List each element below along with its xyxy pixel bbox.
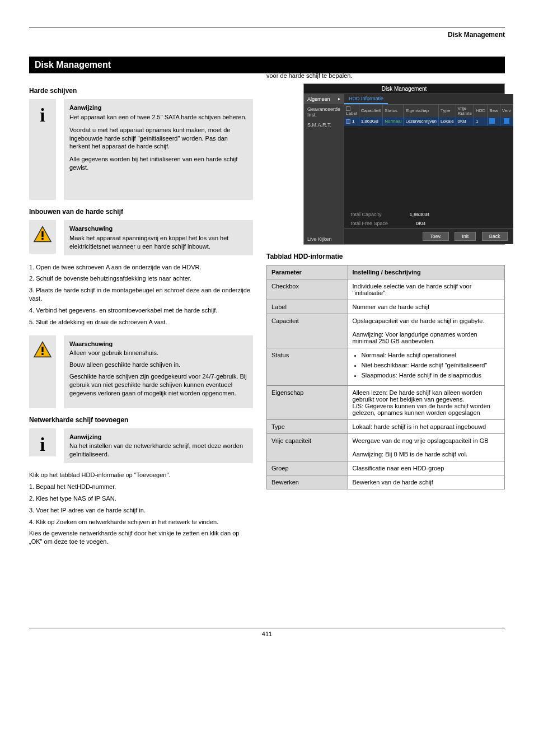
step-intro: Klik op het tabblad HDD-informatie op "T… xyxy=(29,471,253,479)
heading-tab-hdd: Tabblad HDD-informatie xyxy=(266,253,505,260)
heading-inbouw: Inbouwen van de harde schijf xyxy=(29,208,253,216)
svg-rect-1 xyxy=(41,231,43,237)
step-item: 1. Bepaal het NetHDD-nummer. xyxy=(29,483,253,491)
callout-text: Maak het apparaat spanningsvrij en koppe… xyxy=(69,234,247,251)
heading-harde-schijven: Harde schijven xyxy=(29,87,253,95)
page-header: Disk Management xyxy=(29,31,505,39)
table-row[interactable]: 1 1,863GB Normaal Lezen/schrijven Lokale… xyxy=(344,117,513,126)
callout-text: Alleen voor gebruik binnenshuis. xyxy=(69,349,247,357)
screenshot-disk-management: Disk Management Algemeen▸ Geavanceerde I… xyxy=(303,83,505,245)
table-row: TypeLokaal: harde schijf is in het appar… xyxy=(267,419,505,433)
right-column: Klik in het menu op „Disk Management" om… xyxy=(266,85,505,549)
warning-callout-geschikte: Waarschuwing Alleen voor gebruik binnens… xyxy=(29,335,253,408)
svg-rect-5 xyxy=(41,353,43,354)
info-icon: i xyxy=(29,99,56,200)
list-item: Normaal: Harde schijf operationeel xyxy=(362,352,500,358)
callout-text: Geschikte harde schijven zijn goedgekeur… xyxy=(69,372,247,398)
tab-hdd-informatie[interactable]: HDD Informatie xyxy=(344,94,388,104)
callout-label: Waarschuwing xyxy=(69,340,247,348)
callout-text: Alle gegevens worden bij het initialiser… xyxy=(69,155,247,172)
table-row: CheckboxIndividuele selectie van de hard… xyxy=(267,279,505,300)
page-number: 411 xyxy=(29,628,505,637)
callout-label: Waarschuwing xyxy=(69,225,247,233)
warning-callout-inbouw: Waarschuwing Maak het apparaat spannings… xyxy=(29,220,253,255)
callout-text: Na het instellen van de netwerkharde sch… xyxy=(69,442,247,459)
table-row: Status Normaal: Harde schijf operationee… xyxy=(267,348,505,385)
list-item: Slaapmodus: Harde schijf in de slaapmodu… xyxy=(362,372,500,379)
left-column: Harde schijven i Aanwijzing Het apparaat… xyxy=(29,85,253,549)
intro-text: Klik in het menu op „Disk Management" om… xyxy=(266,63,505,80)
screenshot-title: Disk Management xyxy=(304,84,504,94)
step-item: 2. Kies het type NAS of IP SAN. xyxy=(29,494,253,503)
step-item: 4. Klik op Zoeken om netwerkharde schijv… xyxy=(29,518,253,526)
step-item: 1. Open de twee schroeven A aan de onder… xyxy=(29,263,253,272)
sidebar-item-algemeen[interactable]: Algemeen▸ xyxy=(304,94,344,104)
callout-label: Aanwijzing xyxy=(69,433,247,441)
col-instelling: Instelling / beschrijving xyxy=(348,265,505,279)
warning-icon xyxy=(29,335,56,408)
init-button[interactable]: Init xyxy=(455,232,476,241)
warning-icon xyxy=(29,220,56,254)
table-row: Vrije capaciteitWeergave van de nog vrij… xyxy=(267,433,505,461)
step-item: 2. Schuif de bovenste behuizingsafdekkin… xyxy=(29,274,253,283)
step-item: 3. Plaats de harde schijf in de montageb… xyxy=(29,286,253,303)
delete-icon[interactable] xyxy=(504,118,509,124)
table-row: GroepClassificatie naar een HDD-groep xyxy=(267,461,505,475)
step-end: Kies de gewenste netwerkharde schijf doo… xyxy=(29,529,253,546)
table-row: CapaciteitOpslagcapaciteit van de harde … xyxy=(267,314,505,348)
callout-text: Voordat u met het apparaat opnames kunt … xyxy=(69,126,247,151)
step-item: 3. Voer het IP-adres van de harde schijf… xyxy=(29,506,253,515)
sidebar-item-geavanceerd[interactable]: Geavanceerde Inst. xyxy=(304,104,344,120)
add-button[interactable]: Toev. xyxy=(423,232,449,241)
table-row: LabelNummer van de harde schijf xyxy=(267,300,505,314)
col-parameter: Parameter xyxy=(267,265,348,279)
svg-rect-4 xyxy=(41,347,43,352)
callout-text: Bouw alleen geschikte harde schijven in. xyxy=(69,361,247,369)
step-item: 4. Verbind het gegevens- en stroomtoevoe… xyxy=(29,306,253,315)
callout-label: Aanwijzing xyxy=(69,104,247,112)
table-row: EigenschapAlleen lezen: De harde schijf … xyxy=(267,385,505,419)
step-item: 5. Sluit de afdekking en draai de schroe… xyxy=(29,318,253,326)
callout-text: Het apparaat kan een of twee 2.5" SATA h… xyxy=(69,113,247,122)
info-icon: i xyxy=(29,428,56,456)
parameter-table: Parameter Instelling / beschrijving Chec… xyxy=(266,265,505,489)
table-row: BewerkenBewerken van de harde schijf xyxy=(267,475,505,489)
edit-icon[interactable] xyxy=(489,118,495,124)
svg-rect-2 xyxy=(41,238,43,240)
info-callout-netwerk: i Aanwijzing Na het instellen van de net… xyxy=(29,428,253,464)
sidebar-item-live[interactable]: Live Kijken xyxy=(304,234,344,244)
back-button[interactable]: Back xyxy=(482,232,508,241)
hdd-table: Label Capaciteit Status Eigenschap Type … xyxy=(344,105,513,126)
info-callout-algemeen: i Aanwijzing Het apparaat kan een of twe… xyxy=(29,99,253,200)
sidebar-item-smart[interactable]: S.M.A.R.T. xyxy=(304,120,344,130)
heading-netwerk: Netwerkharde schijf toevoegen xyxy=(29,416,253,424)
list-item: Niet beschikbaar: Harde schijf "geïnitia… xyxy=(362,362,500,368)
